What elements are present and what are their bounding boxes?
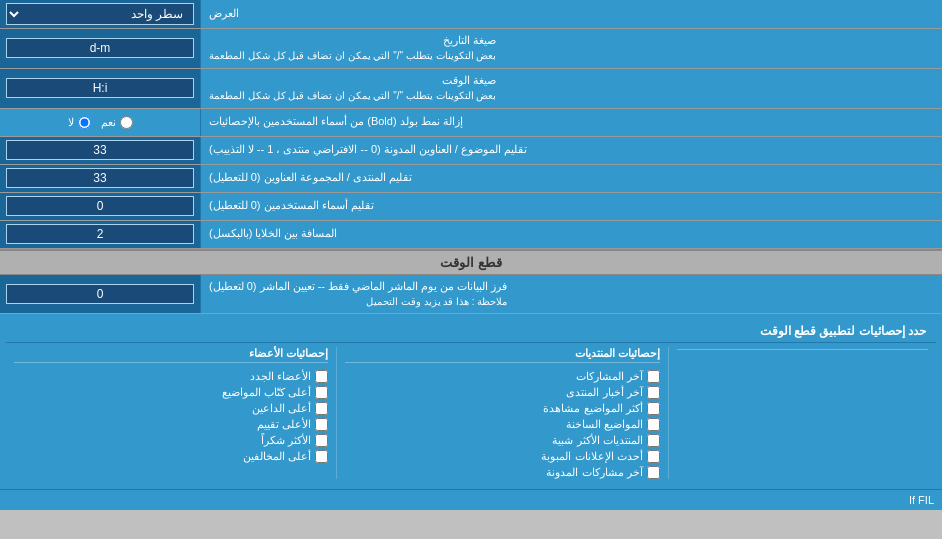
- checkbox-new-members: الأعضاء الجدد: [14, 370, 328, 383]
- cutoff-section-header: قطع الوقت: [0, 249, 942, 275]
- checkbox-top-inviters: أعلى الداعين: [14, 402, 328, 415]
- time-format-label: صيغة الوقتبعض التكوينات يتطلب "/" التي ي…: [200, 69, 942, 108]
- time-format-row: صيغة الوقتبعض التكوينات يتطلب "/" التي ي…: [0, 69, 942, 109]
- page-title: العرض: [209, 6, 239, 21]
- topic-trim-row: تقليم الموضوع / العناوين المدونة (0 -- ا…: [0, 137, 942, 165]
- cutoff-label: فرز البيانات من يوم الماشر الماضي فقط --…: [200, 275, 942, 314]
- checkbox-most-viewed: أكثر المواضيع مشاهدة: [345, 402, 659, 415]
- radio-yes-label[interactable]: نعم: [101, 116, 133, 129]
- cell-spacing-input[interactable]: [6, 224, 194, 244]
- checkbox-col-right: [669, 343, 936, 483]
- checkbox-last-news: آخر أخبار المنتدى: [345, 386, 659, 399]
- bold-removal-radio-cell: نعم لا: [0, 109, 200, 136]
- checkbox-most-viewed-input[interactable]: [647, 402, 660, 415]
- cell-spacing-label: المسافة بين الخلايا (بالبكسل): [200, 221, 942, 248]
- cell-spacing-row: المسافة بين الخلايا (بالبكسل): [0, 221, 942, 249]
- cutoff-input-cell: [0, 275, 200, 314]
- forum-trim-label: تقليم المنتدى / المجموعة العناوين (0 للت…: [200, 165, 942, 192]
- username-trim-label: تقليم أسماء المستخدمين (0 للتعطيل): [200, 193, 942, 220]
- checkbox-last-posts: آخر المشاركات: [345, 370, 659, 383]
- checkbox-top-inviters-input[interactable]: [315, 402, 328, 415]
- checkbox-top-rated: الأعلى تقييم: [14, 418, 328, 431]
- bottom-bar: If FIL: [0, 489, 942, 510]
- checkbox-top-violators: أعلى المخالفين: [14, 450, 328, 463]
- col-divider-1: [668, 347, 669, 479]
- if-fil-label: If FIL: [909, 494, 934, 506]
- dropdown-cell: سطر واحد سطران ثلاثة أسطر: [0, 0, 200, 28]
- header-row: العرض سطر واحد سطران ثلاثة أسطر: [0, 0, 942, 29]
- display-mode-select[interactable]: سطر واحد سطران ثلاثة أسطر: [6, 3, 194, 25]
- topic-trim-label: تقليم الموضوع / العناوين المدونة (0 -- ا…: [200, 137, 942, 164]
- radio-no-label[interactable]: لا: [68, 116, 91, 129]
- checkbox-most-thanked-input[interactable]: [315, 434, 328, 447]
- checkboxes-section: حدد إحصائيات لتطبيق قطع الوقت إحصائيات ا…: [0, 314, 942, 489]
- checkbox-top-rated-input[interactable]: [315, 418, 328, 431]
- bold-removal-row: إزالة نمط بولد (Bold) من أسماء المستخدمي…: [0, 109, 942, 137]
- bold-removal-label: إزالة نمط بولد (Bold) من أسماء المستخدمي…: [200, 109, 942, 136]
- forum-trim-input[interactable]: [6, 168, 194, 188]
- checkbox-col-forums: إحصائيات المنتديات آخر المشاركات آخر أخب…: [337, 343, 667, 483]
- checkbox-col-members: إحصائيات الأعضاء الأعضاء الجدد أعلى كتّا…: [6, 343, 336, 483]
- date-format-input-cell: [0, 29, 200, 68]
- checkbox-hot-topics-input[interactable]: [647, 418, 660, 431]
- checkbox-hot-topics: المواضيع الساخنة: [345, 418, 659, 431]
- radio-yes[interactable]: [120, 116, 133, 129]
- checkbox-top-violators-input[interactable]: [315, 450, 328, 463]
- checkbox-new-members-input[interactable]: [315, 370, 328, 383]
- cell-spacing-input-cell: [0, 221, 200, 248]
- topic-trim-input[interactable]: [6, 140, 194, 160]
- header-label: العرض: [200, 0, 942, 28]
- checkbox-last-blog-posts: آخر مشاركات المدونة: [345, 466, 659, 479]
- forum-trim-input-cell: [0, 165, 200, 192]
- radio-no[interactable]: [78, 116, 91, 129]
- username-trim-row: تقليم أسماء المستخدمين (0 للتعطيل): [0, 193, 942, 221]
- cutoff-row: فرز البيانات من يوم الماشر الماضي فقط --…: [0, 275, 942, 315]
- checkbox-top-topic-writers-input[interactable]: [315, 386, 328, 399]
- checkbox-last-blog-posts-input[interactable]: [647, 466, 660, 479]
- checkbox-latest-classified: أحدث الإعلانات المبوبة: [345, 450, 659, 463]
- forums-stats-header: إحصائيات المنتديات: [345, 347, 659, 363]
- stats-header: حدد إحصائيات لتطبيق قطع الوقت: [6, 320, 936, 343]
- topic-trim-input-cell: [0, 137, 200, 164]
- main-container: العرض سطر واحد سطران ثلاثة أسطر صيغة الت…: [0, 0, 942, 510]
- date-format-input[interactable]: [6, 38, 194, 58]
- checkboxes-grid: إحصائيات المنتديات آخر المشاركات آخر أخب…: [6, 343, 936, 483]
- forum-trim-row: تقليم المنتدى / المجموعة العناوين (0 للت…: [0, 165, 942, 193]
- username-trim-input[interactable]: [6, 196, 194, 216]
- date-format-label: صيغة التاريخبعض التكوينات يتطلب "/" التي…: [200, 29, 942, 68]
- checkbox-last-news-input[interactable]: [647, 386, 660, 399]
- checkbox-top-topic-writers: أعلى كتّاب المواضيع: [14, 386, 328, 399]
- checkbox-most-thanked: الأكثر شكراً: [14, 434, 328, 447]
- cutoff-input[interactable]: [6, 284, 194, 304]
- checkbox-last-posts-input[interactable]: [647, 370, 660, 383]
- col-divider-2: [336, 347, 337, 479]
- time-format-input-cell: [0, 69, 200, 108]
- checkbox-most-similar-forums-input[interactable]: [647, 434, 660, 447]
- username-trim-input-cell: [0, 193, 200, 220]
- members-stats-header: إحصائيات الأعضاء: [14, 347, 328, 363]
- date-format-row: صيغة التاريخبعض التكوينات يتطلب "/" التي…: [0, 29, 942, 69]
- checkbox-latest-classified-input[interactable]: [647, 450, 660, 463]
- checkbox-most-similar-forums: المنتديات الأكثر شبية: [345, 434, 659, 447]
- time-format-input[interactable]: [6, 78, 194, 98]
